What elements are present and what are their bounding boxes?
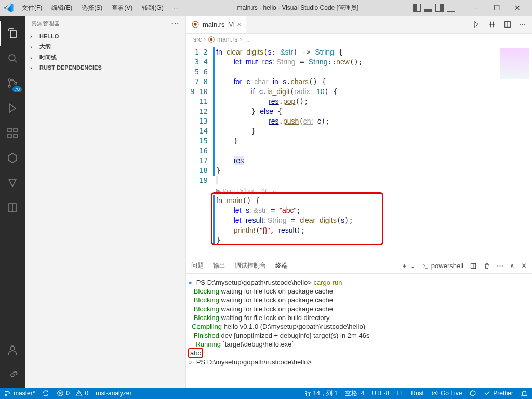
close-button[interactable]: ✕	[507, 1, 528, 15]
svg-point-2	[8, 85, 10, 87]
panel-tab-debug[interactable]: 调试控制台	[235, 259, 266, 273]
window-title: main.rs - hello - Visual Studio Code [管理…	[183, 4, 413, 12]
svg-point-15	[210, 38, 213, 41]
extra-icon-2[interactable]	[0, 170, 25, 195]
extra-icon-3[interactable]	[0, 195, 25, 220]
svg-rect-7	[14, 128, 17, 132]
status-golive[interactable]: Go Live	[431, 390, 462, 397]
sidebar-item-hello[interactable]: ›HELLO	[25, 32, 185, 41]
menu-edit[interactable]: 编辑(E)	[47, 3, 76, 14]
explorer-icon[interactable]	[0, 21, 25, 46]
status-spaces[interactable]: 空格: 4	[345, 389, 364, 398]
svg-rect-4	[8, 128, 11, 132]
panel-tab-terminal[interactable]: 终端	[275, 259, 288, 273]
svg-rect-6	[14, 134, 17, 138]
rust-file-icon	[191, 20, 200, 29]
status-lang[interactable]: Rust	[411, 390, 424, 397]
scm-badge: 78	[12, 86, 22, 92]
settings-icon[interactable]	[0, 363, 25, 388]
explorer-sidebar: 资源管理器⋯ ›HELLO ›大纲 ›时间线 ›RUST DEPENDENCIE…	[25, 16, 186, 388]
svg-rect-5	[8, 134, 11, 138]
run-icon[interactable]	[472, 20, 481, 29]
status-eol[interactable]: LF	[396, 390, 404, 397]
svg-point-0	[9, 55, 15, 61]
status-analyzer[interactable]: rust-analyzer	[96, 390, 131, 397]
menu-view[interactable]: 查看(V)	[108, 3, 137, 14]
status-prettier[interactable]: Prettier	[484, 390, 513, 397]
svg-point-3	[15, 82, 17, 84]
editor-more-icon[interactable]: ⋯	[519, 21, 526, 29]
panel-tab-problems[interactable]: 问题	[191, 259, 204, 273]
editor-toolbar: ⋯	[472, 16, 532, 33]
panel-maximize-icon[interactable]: ∧	[510, 262, 515, 270]
sidebar-item-outline[interactable]: ›大纲	[25, 41, 185, 52]
compare-icon[interactable]	[488, 20, 496, 29]
split-terminal-icon[interactable]	[470, 262, 477, 270]
line-numbers: 1 2 3 4 5 6 7 8 9 10 11 12 13 14 15 16 1…	[186, 45, 213, 258]
sidebar-item-rustdep[interactable]: ›RUST DEPENDENCIES	[25, 63, 185, 72]
trash-icon[interactable]	[483, 262, 490, 270]
menu-file[interactable]: 文件(F)	[18, 3, 46, 14]
terminal-new-icon[interactable]: ＋ ⌄	[401, 261, 416, 271]
svg-point-1	[8, 79, 10, 81]
panel-close-icon[interactable]: ✕	[521, 262, 527, 270]
split-icon[interactable]	[503, 20, 512, 29]
search-icon[interactable]	[0, 46, 25, 71]
tab-main-rs[interactable]: main.rs M ×	[186, 16, 246, 33]
activity-bar: 78	[0, 16, 25, 388]
status-ext-icon[interactable]	[469, 390, 476, 397]
status-sync[interactable]	[42, 390, 49, 397]
code-editor[interactable]: 1 2 3 4 5 6 7 8 9 10 11 12 13 14 15 16 1…	[186, 45, 532, 258]
sidebar-more-icon[interactable]: ⋯	[171, 21, 179, 26]
status-bar: master* 0 0 rust-analyzer 行 14，列 1 空格: 4…	[0, 388, 532, 399]
menu-goto[interactable]: 转到(G)	[138, 3, 167, 14]
svg-point-18	[5, 391, 6, 392]
menu-select[interactable]: 选择(S)	[77, 3, 107, 14]
accounts-icon[interactable]	[0, 338, 25, 363]
status-bell-icon[interactable]	[521, 390, 528, 397]
svg-point-9	[10, 346, 15, 350]
maximize-button[interactable]: ☐	[486, 1, 507, 15]
vscode-icon	[4, 3, 14, 12]
editor-area: main.rs M × ⋯ src› main.rs› … 1 2 3 4 5 …	[186, 16, 532, 388]
code-body[interactable]: fn clear_digits(s: &str) -> String { let…	[213, 45, 490, 258]
minimize-button[interactable]: ─	[466, 1, 486, 15]
panel: 问题 输出 调试控制台 终端 ＋ ⌄ powershell ⋯ ∧ ✕ ● PS…	[186, 258, 532, 388]
panel-more-icon[interactable]: ⋯	[497, 262, 503, 270]
svg-point-12	[194, 23, 196, 25]
panel-tab-output[interactable]: 输出	[213, 259, 225, 273]
status-errors[interactable]: 0 0	[57, 390, 88, 397]
svg-point-10	[11, 374, 14, 377]
svg-point-19	[5, 394, 6, 395]
minimap[interactable]	[490, 45, 532, 258]
svg-point-20	[9, 393, 10, 394]
rust-file-icon	[208, 36, 215, 43]
tab-modified-indicator: M	[228, 20, 234, 29]
tab-close-icon[interactable]: ×	[237, 20, 241, 29]
terminal-output[interactable]: ● PS D:\mysetup\gopath\rustcode\hello> c…	[186, 274, 532, 388]
breadcrumb[interactable]: src› main.rs› …	[186, 34, 532, 45]
extra-icon-1[interactable]	[0, 145, 25, 170]
svg-point-22	[434, 392, 436, 394]
codelens[interactable]: ▶ Run | Debug |	[216, 187, 257, 194]
status-encoding[interactable]: UTF-8	[371, 390, 389, 397]
tab-label: main.rs	[203, 21, 225, 29]
terminal-shell[interactable]: powershell	[422, 262, 463, 270]
sidebar-title: 资源管理器	[31, 20, 60, 28]
source-control-icon[interactable]: 78	[0, 71, 25, 96]
sidebar-item-timeline[interactable]: ›时间线	[25, 52, 185, 63]
layout-controls[interactable]	[413, 4, 455, 12]
extensions-icon[interactable]	[0, 121, 25, 145]
editor-tabs: main.rs M × ⋯	[186, 16, 532, 34]
run-debug-icon[interactable]	[0, 96, 25, 121]
status-branch[interactable]: master*	[4, 390, 35, 397]
title-bar: 文件(F) 编辑(E) 选择(S) 查看(V) 转到(G) … main.rs …	[0, 0, 532, 16]
status-position[interactable]: 行 14，列 1	[305, 389, 338, 398]
menu-more[interactable]: …	[169, 3, 183, 14]
menu-bar: 文件(F) 编辑(E) 选择(S) 查看(V) 转到(G) …	[18, 3, 183, 14]
